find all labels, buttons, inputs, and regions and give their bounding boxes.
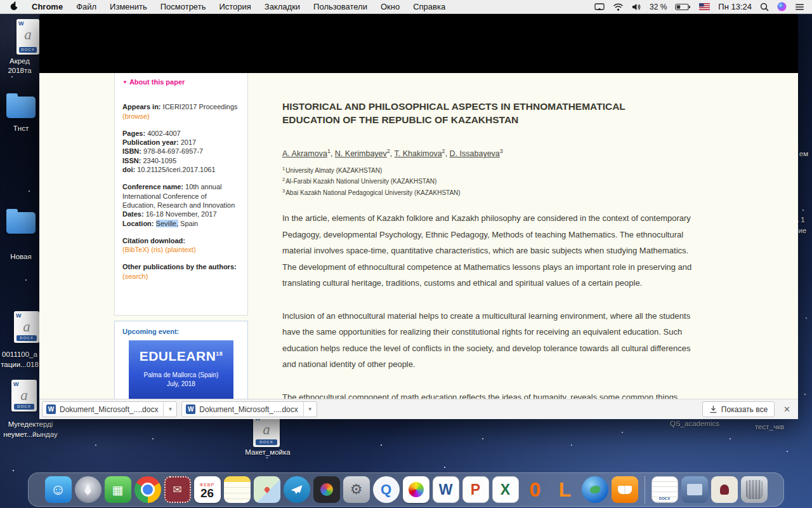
books-icon[interactable]	[612, 476, 638, 503]
menu-help[interactable]: Справка	[413, 2, 445, 11]
desktop-icon-label: Макет_мойка	[236, 448, 299, 456]
powerpoint-icon[interactable]: P	[462, 476, 489, 503]
wifi-icon[interactable]	[613, 3, 624, 11]
menu-bar: Chrome Файл Изменить Посмотреть История …	[0, 0, 812, 14]
spotlight-search-icon[interactable]	[760, 3, 769, 11]
person-doc-icon[interactable]	[711, 476, 738, 503]
author-link[interactable]: D. Issabayeva3	[450, 149, 503, 158]
apple-menu-icon[interactable]	[10, 1, 18, 13]
affiliations: 1University Almaty (KAZAKHSTAN) 2Al-Fara…	[282, 164, 695, 197]
active-app-menu[interactable]: Chrome	[32, 2, 63, 11]
show-all-downloads-button[interactable]: Показать все	[702, 401, 775, 417]
desktop-icon-label: тест_чкв	[747, 423, 792, 431]
abstract: In the article, elements of Kazakh folkl…	[282, 210, 695, 399]
affiliation-line: 1University Almaty (KAZAKHSTAN)	[282, 164, 695, 175]
search-authors-link[interactable]: (search)	[122, 272, 148, 280]
desktop-icon-akred[interactable]: W a DOCX	[16, 19, 39, 55]
affiliation-line: 2Al-Farabi Kazakh National University (K…	[282, 175, 695, 186]
conference-meta: Conference name: 10th annual Internation…	[122, 182, 240, 227]
screen-mirroring-icon[interactable]	[594, 3, 605, 11]
desktop-icon-0011100[interactable]: W a DOCX	[14, 311, 39, 343]
menu-history[interactable]: История	[219, 2, 251, 11]
notes-icon[interactable]	[224, 476, 251, 503]
paper-page: ▼About this paper Appears in: ICERI2017 …	[39, 73, 798, 399]
downloads-stack-icon[interactable]	[681, 476, 708, 503]
upcoming-event-link[interactable]: Upcoming event:	[122, 328, 240, 335]
quicktime-icon[interactable]: Q	[373, 476, 400, 503]
desktop-icon-label: Тнст	[0, 124, 42, 132]
battery-icon[interactable]	[675, 3, 691, 11]
docx-file-dock-icon[interactable]: DOCX	[652, 476, 678, 503]
menu-bookmarks[interactable]: Закладки	[265, 2, 300, 11]
paper-title: HISTORICAL AND PHILOSOPHICAL ASPECTS IN …	[282, 100, 663, 126]
telegram-icon[interactable]	[284, 476, 310, 503]
desktop-icon-label: Мугедектерді	[0, 420, 61, 428]
article: HISTORICAL AND PHILOSOPHICAL ASPECTS IN …	[282, 100, 695, 399]
downloads-bar: W Dokument_Microsoft_....docx ▼ W Dokume…	[39, 399, 798, 419]
opera-icon[interactable]: 0	[522, 476, 549, 503]
battery-percent: 32 %	[650, 3, 667, 11]
chrome-icon[interactable]	[134, 476, 161, 503]
triangle-down-icon: ▼	[122, 79, 128, 85]
green-app-icon[interactable]: ▦	[105, 476, 131, 503]
globe-icon[interactable]	[582, 476, 608, 503]
appears-in-row: Appears in: ICERI2017 Proceedings	[122, 102, 240, 111]
plaintext-link[interactable]: (plaintext)	[165, 246, 195, 253]
photos-dark-icon[interactable]	[313, 476, 340, 503]
browser-window: ▼About this paper Appears in: ICERI2017 …	[39, 14, 798, 419]
mail-stamp-icon[interactable]: ✉	[164, 476, 191, 503]
upcoming-event-panel: Upcoming event: EDULEARN18 Palma de Mall…	[114, 321, 248, 399]
notification-center-icon[interactable]	[795, 3, 804, 11]
ris-link[interactable]: (ris)	[151, 246, 163, 253]
menu-clock[interactable]: Пн 13:24	[718, 2, 752, 11]
browser-chrome-area	[39, 14, 798, 73]
menu-people[interactable]: Пользователи	[313, 2, 367, 11]
word-icon[interactable]: W	[433, 476, 459, 503]
excel-icon[interactable]: X	[492, 476, 519, 503]
author-link[interactable]: T. Khakimova2	[395, 149, 450, 158]
selected-text: Seville,	[156, 220, 178, 227]
edulearn-logo: EDULEARN18	[129, 340, 233, 364]
dock-separator	[645, 476, 645, 504]
author-link[interactable]: A. Akramova1	[282, 149, 335, 158]
bibtex-link[interactable]: (BibTeX)	[122, 246, 149, 253]
desktop-icon-mugedekterdi[interactable]: W a DOCX	[11, 380, 37, 411]
download-item-menu-caret[interactable]: ▼	[163, 402, 176, 417]
volume-icon[interactable]	[632, 3, 641, 11]
menu-window[interactable]: Окно	[381, 2, 400, 11]
photos-icon[interactable]	[403, 476, 429, 503]
menu-view[interactable]: Посмотреть	[160, 2, 206, 11]
system-preferences-icon[interactable]: ⚙	[343, 476, 370, 503]
desktop-icon-label: QS_academics	[660, 420, 730, 427]
download-icon	[709, 405, 717, 413]
libreoffice-icon[interactable]: L	[552, 476, 579, 503]
download-item[interactable]: W Dokument_Microsoft_....docx ▼	[42, 401, 177, 417]
menu-edit[interactable]: Изменить	[110, 2, 147, 11]
calendar-icon[interactable]: февр 26	[194, 476, 221, 503]
finder-icon[interactable]: ☺	[45, 476, 72, 503]
trash-icon[interactable]	[741, 476, 768, 503]
desktop-icon-label: Новая	[0, 253, 42, 260]
keyboard-flag-icon[interactable]	[699, 3, 710, 10]
menu-file[interactable]: Файл	[76, 2, 96, 11]
desktop-icon-label: тации...018	[0, 361, 39, 368]
abstract-paragraph: In the article, elements of Kazakh folkl…	[282, 210, 695, 291]
browse-link[interactable]: (browse)	[122, 112, 150, 120]
siri-icon[interactable]	[777, 2, 787, 11]
about-this-paper-link[interactable]: ▼About this paper	[122, 77, 240, 87]
desktop-folder-tnst[interactable]	[6, 97, 36, 118]
author-link[interactable]: N. Kerimbayev2	[335, 149, 395, 158]
desktop-folder-novaya[interactable]	[6, 212, 36, 234]
download-item-menu-caret[interactable]: ▼	[303, 402, 317, 417]
other-publications: Other publications by the authors: (sear…	[122, 262, 240, 281]
docx-file-icon: W a DOCX	[14, 311, 39, 343]
citation-download: Citation download: (BibTeX) (ris) (plain…	[122, 236, 240, 255]
word-file-icon: W	[46, 404, 56, 414]
close-downloads-bar-button[interactable]: ✕	[783, 404, 790, 414]
abstract-paragraph: Inclusion of an ethnocultural material h…	[282, 308, 695, 373]
launchpad-icon[interactable]	[75, 476, 102, 503]
maps-icon[interactable]	[254, 476, 280, 503]
affiliation-line: 3Abai Kazakh National Pedagogical Univer…	[282, 187, 695, 197]
edulearn-banner[interactable]: EDULEARN18 Palma de Mallorca (Spain) Jul…	[129, 340, 233, 399]
download-item[interactable]: W Dokument_Microsoft_....docx ▼	[181, 401, 317, 417]
